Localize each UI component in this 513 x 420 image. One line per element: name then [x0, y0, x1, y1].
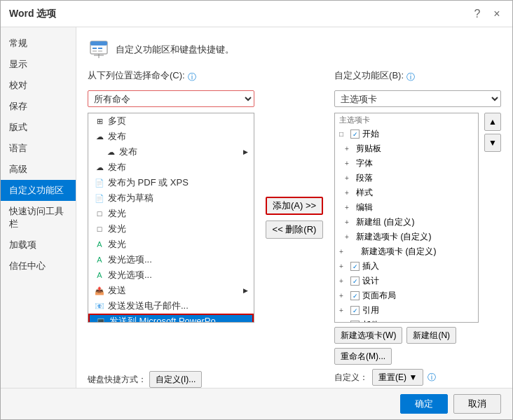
ok-button[interactable]: 确定 — [400, 394, 448, 414]
list-item[interactable]: 📧 发送发送电子邮件... — [88, 298, 254, 314]
list-item-selected[interactable]: 💻 发送到 Microsoft PowerPo... — [88, 314, 254, 323]
list-item[interactable]: □ 发光 — [88, 221, 254, 237]
reset-button[interactable]: 重置(E) ▼ — [372, 369, 423, 386]
customize-keyboard-button[interactable]: 自定义(I)... — [149, 371, 202, 388]
expand-icon[interactable]: + — [345, 218, 355, 226]
left-info-icon[interactable]: ⓘ — [188, 71, 196, 83]
sidebar-item-layout[interactable]: 版式 — [1, 117, 76, 138]
checkbox[interactable] — [350, 276, 360, 286]
list-item[interactable]: □ 发光 — [88, 206, 254, 221]
item-icon: ☁ — [94, 131, 105, 142]
right-panel: 自定义功能区(B): ⓘ 主选项卡 主选项卡 — [334, 69, 501, 365]
tree-item[interactable]: + 段落 — [335, 171, 478, 186]
list-item[interactable]: A 发光 — [88, 237, 254, 252]
tree-item[interactable]: + 字体 — [335, 156, 478, 171]
checkbox[interactable] — [350, 306, 360, 315]
list-item[interactable]: ⊞ 多页 — [88, 113, 254, 129]
right-dropdown-row: 主选项卡 — [334, 90, 501, 107]
sidebar-item-quickaccess[interactable]: 快速访问工具栏 — [1, 201, 76, 234]
main-content: 常规 显示 校对 保存 版式 语言 高级 自定义功能区 快速访问工具栏 加载项 … — [1, 27, 512, 388]
item-icon: □ — [94, 223, 105, 234]
ribbon-tree[interactable]: 主选项卡 □ 开始 + 剪贴板 — [334, 113, 479, 323]
tree-item[interactable]: + 剪贴板 — [335, 141, 478, 156]
list-item[interactable]: 📄 发布为 PDF 或 XPS — [88, 175, 254, 190]
sidebar-item-customize[interactable]: 自定义功能区 — [1, 180, 76, 201]
new-group-button[interactable]: 新建组(N) — [406, 327, 456, 344]
move-down-button[interactable]: ▼ — [484, 134, 501, 152]
checkbox[interactable] — [350, 321, 360, 323]
list-item[interactable]: ☁ 发布 — [88, 160, 254, 175]
sidebar-item-trust[interactable]: 信任中心 — [1, 255, 76, 276]
tree-item[interactable]: + 新建选项卡 (自定义) — [335, 230, 478, 244]
checkbox[interactable] — [350, 130, 360, 139]
list-item[interactable]: 📄 发布为草稿 — [88, 190, 254, 206]
item-icon: A — [94, 239, 105, 250]
remove-button[interactable]: << 删除(R) — [266, 220, 323, 239]
cancel-button[interactable]: 取消 — [453, 394, 501, 414]
expand-icon[interactable]: + — [339, 248, 349, 255]
sidebar-item-save[interactable]: 保存 — [1, 96, 76, 117]
commands-dropdown[interactable]: 所有命令 — [88, 90, 254, 107]
svg-rect-3 — [98, 48, 102, 49]
customize-icon — [88, 38, 110, 61]
tree-item[interactable]: □ 开始 — [335, 127, 478, 141]
expand-icon[interactable]: □ — [339, 130, 349, 138]
word-options-dialog: Word 选项 ? × 常规 显示 校对 保存 版式 语言 高级 自定义功能区 … — [0, 0, 513, 420]
checkbox[interactable] — [350, 262, 360, 271]
item-icon: 📧 — [94, 300, 105, 312]
item-icon: 📄 — [94, 177, 105, 188]
content-area: 自定义功能区和键盘快捷键。 从下列位置选择命令(C): ⓘ 所有命令 — [76, 27, 512, 388]
expand-icon[interactable]: + — [345, 189, 355, 197]
tree-item[interactable]: + 样式 — [335, 186, 478, 200]
item-icon: A — [94, 270, 105, 281]
reset-info-icon[interactable]: ⓘ — [427, 372, 436, 384]
help-button[interactable]: ? — [470, 7, 484, 21]
sidebar-item-proofing[interactable]: 校对 — [1, 75, 76, 96]
close-button[interactable]: × — [490, 7, 504, 21]
sidebar-item-general[interactable]: 常规 — [1, 33, 76, 54]
list-item[interactable]: A 发光选项... — [88, 267, 254, 283]
commands-list[interactable]: ⊞ 多页 ☁ 发布 ☁ 发布 ▶ ☁ — [88, 113, 254, 323]
tree-item[interactable]: + 设计 — [335, 274, 478, 288]
rename-button[interactable]: 重命名(M)... — [334, 348, 392, 365]
new-tab-button[interactable]: 新建选项卡(W) — [334, 327, 402, 344]
list-item[interactable]: ☁ 发布 ▶ — [88, 144, 254, 160]
sidebar-item-display[interactable]: 显示 — [1, 54, 76, 75]
expand-icon[interactable]: + — [345, 204, 355, 211]
tree-label: 剪贴板 — [356, 143, 381, 155]
list-item[interactable]: A 发光选项... — [88, 252, 254, 267]
expand-icon[interactable]: + — [345, 145, 355, 153]
reorder-buttons: ▲ ▼ — [481, 113, 501, 323]
sidebar-item-advanced[interactable]: 高级 — [1, 159, 76, 180]
right-info-icon[interactable]: ⓘ — [406, 71, 415, 83]
sidebar-item-addins[interactable]: 加载项 — [1, 234, 76, 255]
tree-item[interactable]: + 编辑 — [335, 200, 478, 215]
item-icon: 💻 — [95, 316, 107, 323]
tree-item[interactable]: + 页面布局 — [335, 288, 478, 303]
list-item[interactable]: 📤 发送 ▶ — [88, 283, 254, 298]
expand-icon[interactable]: + — [339, 321, 349, 323]
tree-item[interactable]: + 引用 — [335, 303, 478, 318]
tree-item[interactable]: + 新建选项卡 (自定义) — [335, 244, 478, 259]
title-controls: ? × — [470, 7, 504, 21]
add-button[interactable]: 添加(A) >> — [266, 197, 323, 215]
expand-icon[interactable]: + — [345, 174, 355, 182]
tree-item[interactable]: + 新建组 (自定义) — [335, 215, 478, 230]
ribbon-dropdown[interactable]: 主选项卡 — [334, 90, 501, 107]
tree-item[interactable]: + 插入 — [335, 259, 478, 274]
move-up-button[interactable]: ▲ — [484, 113, 501, 131]
expand-icon[interactable]: + — [339, 292, 349, 300]
checkbox[interactable] — [350, 291, 360, 300]
expand-icon[interactable]: + — [339, 277, 349, 285]
item-icon: ☁ — [94, 162, 105, 173]
sidebar-item-language[interactable]: 语言 — [1, 138, 76, 159]
item-icon: ⊞ — [94, 115, 105, 127]
expand-icon[interactable]: + — [339, 262, 349, 270]
tree-item[interactable]: + 邮件 — [335, 318, 478, 323]
expand-icon[interactable]: + — [345, 233, 355, 241]
expand-icon[interactable]: + — [339, 307, 349, 314]
expand-icon[interactable]: + — [345, 160, 355, 167]
tree-header: 主选项卡 — [335, 113, 478, 127]
list-item[interactable]: ☁ 发布 — [88, 129, 254, 144]
tree-label: 插入 — [362, 260, 379, 272]
